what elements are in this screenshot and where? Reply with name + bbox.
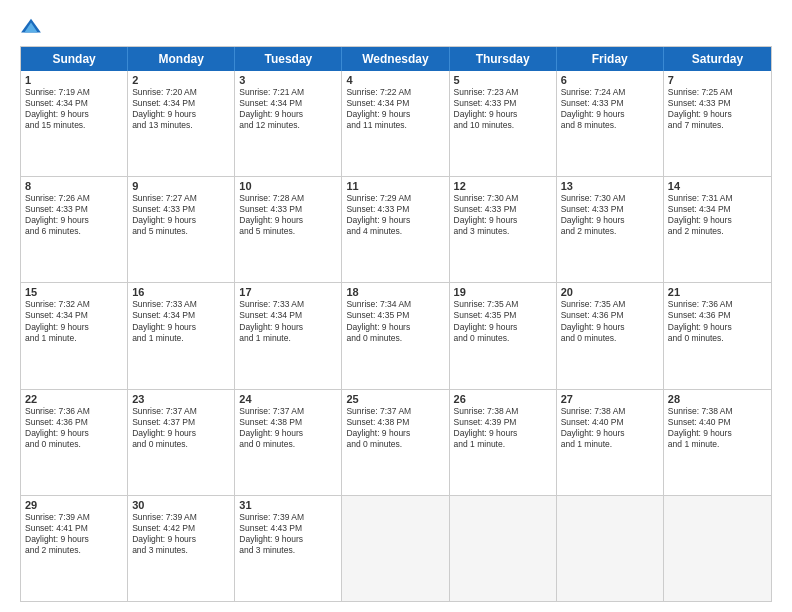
- calendar-row-2: 15Sunrise: 7:32 AM Sunset: 4:34 PM Dayli…: [21, 283, 771, 389]
- day-number: 8: [25, 180, 123, 192]
- day-number: 17: [239, 286, 337, 298]
- day-number: 30: [132, 499, 230, 511]
- cell-info: Sunrise: 7:33 AM Sunset: 4:34 PM Dayligh…: [239, 299, 337, 343]
- day-number: 4: [346, 74, 444, 86]
- calendar-cell-12: 12Sunrise: 7:30 AM Sunset: 4:33 PM Dayli…: [450, 177, 557, 282]
- day-number: 20: [561, 286, 659, 298]
- cell-info: Sunrise: 7:38 AM Sunset: 4:39 PM Dayligh…: [454, 406, 552, 450]
- cell-info: Sunrise: 7:39 AM Sunset: 4:42 PM Dayligh…: [132, 512, 230, 556]
- calendar-cell-24: 24Sunrise: 7:37 AM Sunset: 4:38 PM Dayli…: [235, 390, 342, 495]
- day-number: 6: [561, 74, 659, 86]
- header-day-monday: Monday: [128, 47, 235, 71]
- cell-info: Sunrise: 7:21 AM Sunset: 4:34 PM Dayligh…: [239, 87, 337, 131]
- calendar-cell-16: 16Sunrise: 7:33 AM Sunset: 4:34 PM Dayli…: [128, 283, 235, 388]
- cell-info: Sunrise: 7:30 AM Sunset: 4:33 PM Dayligh…: [454, 193, 552, 237]
- calendar-cell-18: 18Sunrise: 7:34 AM Sunset: 4:35 PM Dayli…: [342, 283, 449, 388]
- day-number: 5: [454, 74, 552, 86]
- cell-info: Sunrise: 7:36 AM Sunset: 4:36 PM Dayligh…: [668, 299, 767, 343]
- calendar-cell-21: 21Sunrise: 7:36 AM Sunset: 4:36 PM Dayli…: [664, 283, 771, 388]
- calendar-cell-27: 27Sunrise: 7:38 AM Sunset: 4:40 PM Dayli…: [557, 390, 664, 495]
- calendar-cell-19: 19Sunrise: 7:35 AM Sunset: 4:35 PM Dayli…: [450, 283, 557, 388]
- calendar-cell-31: 31Sunrise: 7:39 AM Sunset: 4:43 PM Dayli…: [235, 496, 342, 601]
- cell-info: Sunrise: 7:34 AM Sunset: 4:35 PM Dayligh…: [346, 299, 444, 343]
- day-number: 13: [561, 180, 659, 192]
- day-number: 31: [239, 499, 337, 511]
- day-number: 29: [25, 499, 123, 511]
- calendar-cell-empty: [342, 496, 449, 601]
- calendar-cell-6: 6Sunrise: 7:24 AM Sunset: 4:33 PM Daylig…: [557, 71, 664, 176]
- cell-info: Sunrise: 7:26 AM Sunset: 4:33 PM Dayligh…: [25, 193, 123, 237]
- cell-info: Sunrise: 7:22 AM Sunset: 4:34 PM Dayligh…: [346, 87, 444, 131]
- day-number: 9: [132, 180, 230, 192]
- calendar-row-4: 29Sunrise: 7:39 AM Sunset: 4:41 PM Dayli…: [21, 496, 771, 601]
- cell-info: Sunrise: 7:38 AM Sunset: 4:40 PM Dayligh…: [668, 406, 767, 450]
- cell-info: Sunrise: 7:33 AM Sunset: 4:34 PM Dayligh…: [132, 299, 230, 343]
- day-number: 28: [668, 393, 767, 405]
- cell-info: Sunrise: 7:19 AM Sunset: 4:34 PM Dayligh…: [25, 87, 123, 131]
- calendar-cell-25: 25Sunrise: 7:37 AM Sunset: 4:38 PM Dayli…: [342, 390, 449, 495]
- calendar-cell-empty: [557, 496, 664, 601]
- day-number: 3: [239, 74, 337, 86]
- calendar-cell-15: 15Sunrise: 7:32 AM Sunset: 4:34 PM Dayli…: [21, 283, 128, 388]
- cell-info: Sunrise: 7:29 AM Sunset: 4:33 PM Dayligh…: [346, 193, 444, 237]
- calendar-cell-3: 3Sunrise: 7:21 AM Sunset: 4:34 PM Daylig…: [235, 71, 342, 176]
- cell-info: Sunrise: 7:35 AM Sunset: 4:36 PM Dayligh…: [561, 299, 659, 343]
- cell-info: Sunrise: 7:30 AM Sunset: 4:33 PM Dayligh…: [561, 193, 659, 237]
- calendar-cell-30: 30Sunrise: 7:39 AM Sunset: 4:42 PM Dayli…: [128, 496, 235, 601]
- cell-info: Sunrise: 7:36 AM Sunset: 4:36 PM Dayligh…: [25, 406, 123, 450]
- logo: [20, 16, 46, 38]
- cell-info: Sunrise: 7:32 AM Sunset: 4:34 PM Dayligh…: [25, 299, 123, 343]
- day-number: 15: [25, 286, 123, 298]
- day-number: 16: [132, 286, 230, 298]
- day-number: 19: [454, 286, 552, 298]
- day-number: 1: [25, 74, 123, 86]
- calendar-cell-empty: [664, 496, 771, 601]
- calendar-cell-4: 4Sunrise: 7:22 AM Sunset: 4:34 PM Daylig…: [342, 71, 449, 176]
- day-number: 7: [668, 74, 767, 86]
- header-day-wednesday: Wednesday: [342, 47, 449, 71]
- calendar-cell-28: 28Sunrise: 7:38 AM Sunset: 4:40 PM Dayli…: [664, 390, 771, 495]
- cell-info: Sunrise: 7:39 AM Sunset: 4:41 PM Dayligh…: [25, 512, 123, 556]
- cell-info: Sunrise: 7:38 AM Sunset: 4:40 PM Dayligh…: [561, 406, 659, 450]
- day-number: 23: [132, 393, 230, 405]
- day-number: 2: [132, 74, 230, 86]
- day-number: 22: [25, 393, 123, 405]
- calendar-row-0: 1Sunrise: 7:19 AM Sunset: 4:34 PM Daylig…: [21, 71, 771, 177]
- header-day-saturday: Saturday: [664, 47, 771, 71]
- calendar-cell-11: 11Sunrise: 7:29 AM Sunset: 4:33 PM Dayli…: [342, 177, 449, 282]
- page: SundayMondayTuesdayWednesdayThursdayFrid…: [0, 0, 792, 612]
- calendar-cell-17: 17Sunrise: 7:33 AM Sunset: 4:34 PM Dayli…: [235, 283, 342, 388]
- calendar-cell-empty: [450, 496, 557, 601]
- day-number: 26: [454, 393, 552, 405]
- cell-info: Sunrise: 7:37 AM Sunset: 4:38 PM Dayligh…: [346, 406, 444, 450]
- cell-info: Sunrise: 7:23 AM Sunset: 4:33 PM Dayligh…: [454, 87, 552, 131]
- day-number: 18: [346, 286, 444, 298]
- cell-info: Sunrise: 7:20 AM Sunset: 4:34 PM Dayligh…: [132, 87, 230, 131]
- day-number: 12: [454, 180, 552, 192]
- day-number: 10: [239, 180, 337, 192]
- header-day-sunday: Sunday: [21, 47, 128, 71]
- calendar-row-3: 22Sunrise: 7:36 AM Sunset: 4:36 PM Dayli…: [21, 390, 771, 496]
- calendar-cell-7: 7Sunrise: 7:25 AM Sunset: 4:33 PM Daylig…: [664, 71, 771, 176]
- calendar-cell-23: 23Sunrise: 7:37 AM Sunset: 4:37 PM Dayli…: [128, 390, 235, 495]
- cell-info: Sunrise: 7:28 AM Sunset: 4:33 PM Dayligh…: [239, 193, 337, 237]
- calendar-cell-5: 5Sunrise: 7:23 AM Sunset: 4:33 PM Daylig…: [450, 71, 557, 176]
- day-number: 11: [346, 180, 444, 192]
- header-day-tuesday: Tuesday: [235, 47, 342, 71]
- calendar-cell-10: 10Sunrise: 7:28 AM Sunset: 4:33 PM Dayli…: [235, 177, 342, 282]
- day-number: 27: [561, 393, 659, 405]
- calendar-cell-1: 1Sunrise: 7:19 AM Sunset: 4:34 PM Daylig…: [21, 71, 128, 176]
- cell-info: Sunrise: 7:35 AM Sunset: 4:35 PM Dayligh…: [454, 299, 552, 343]
- cell-info: Sunrise: 7:25 AM Sunset: 4:33 PM Dayligh…: [668, 87, 767, 131]
- calendar-cell-20: 20Sunrise: 7:35 AM Sunset: 4:36 PM Dayli…: [557, 283, 664, 388]
- day-number: 21: [668, 286, 767, 298]
- calendar-cell-14: 14Sunrise: 7:31 AM Sunset: 4:34 PM Dayli…: [664, 177, 771, 282]
- cell-info: Sunrise: 7:37 AM Sunset: 4:37 PM Dayligh…: [132, 406, 230, 450]
- calendar-cell-2: 2Sunrise: 7:20 AM Sunset: 4:34 PM Daylig…: [128, 71, 235, 176]
- calendar-cell-13: 13Sunrise: 7:30 AM Sunset: 4:33 PM Dayli…: [557, 177, 664, 282]
- logo-icon: [20, 16, 42, 38]
- calendar-cell-22: 22Sunrise: 7:36 AM Sunset: 4:36 PM Dayli…: [21, 390, 128, 495]
- header-day-thursday: Thursday: [450, 47, 557, 71]
- calendar: SundayMondayTuesdayWednesdayThursdayFrid…: [20, 46, 772, 602]
- day-number: 14: [668, 180, 767, 192]
